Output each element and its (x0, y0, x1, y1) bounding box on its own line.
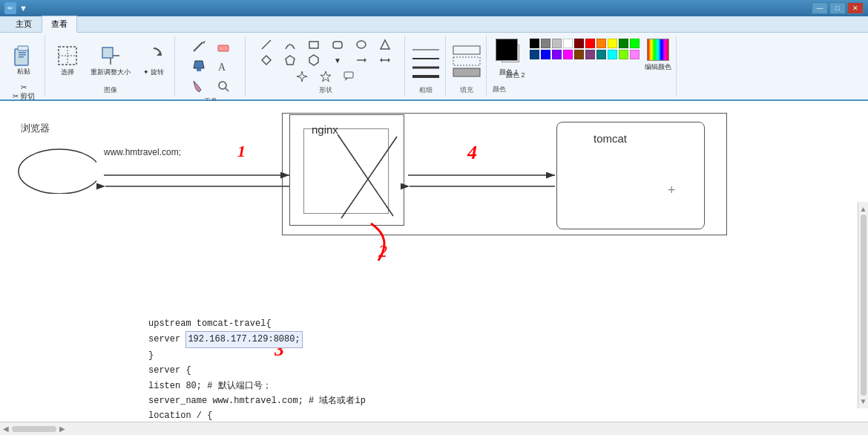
select-button[interactable]: 选择 (51, 39, 84, 83)
rotate-button[interactable]: ✦ 旋转 (137, 39, 170, 83)
vertical-scrollbar[interactable]: ▲ ▼ (858, 202, 868, 408)
color-yellow[interactable] (608, 39, 617, 48)
shape-more-button[interactable]: ▼ (326, 56, 349, 65)
svg-rect-1 (18, 46, 28, 50)
cut-button[interactable]: ✂ ✂ 剪切 (10, 82, 38, 103)
shape-arrow2-button[interactable] (374, 53, 396, 67)
thick-lines (411, 42, 441, 79)
resize-icon (99, 44, 122, 68)
svg-rect-8 (102, 48, 113, 58)
shape-rect-button[interactable] (303, 38, 325, 51)
text-button[interactable]: A (212, 57, 234, 75)
shape-line-button[interactable] (255, 38, 277, 51)
pencil-button[interactable] (188, 37, 210, 55)
svg-rect-4 (19, 56, 24, 58)
thickness-label: 粗细 (419, 84, 433, 95)
svg-line-19 (226, 88, 228, 91)
color-purple[interactable] (552, 50, 562, 59)
shape-curve-button[interactable] (279, 38, 301, 51)
eraser-button[interactable] (212, 37, 234, 55)
shape-callout-button[interactable] (338, 70, 361, 83)
resize-button[interactable]: 重新调整大小 (86, 39, 135, 83)
svg-marker-29 (364, 58, 366, 62)
color-green[interactable] (619, 39, 628, 48)
color-navy[interactable] (530, 50, 539, 59)
shape-round-rect-button[interactable] (326, 38, 349, 51)
shape-triangle-button[interactable] (374, 38, 396, 51)
window-controls[interactable]: — □ ✕ (812, 2, 864, 14)
close-button[interactable]: ✕ (847, 2, 864, 14)
rotate-icon (142, 44, 165, 68)
shape-star4-button[interactable] (291, 70, 313, 83)
svg-marker-32 (380, 58, 382, 62)
code-line4: server { (148, 363, 380, 378)
color-section: 颜色 1 颜色 2 (488, 36, 677, 97)
svg-marker-11 (157, 51, 161, 56)
h-scroll-thumb[interactable] (12, 426, 56, 432)
annotation-2-svg: 2 (356, 216, 415, 275)
color-spectrum[interactable] (647, 39, 669, 61)
tab-home[interactable]: 主页 (6, 16, 42, 32)
color-red[interactable] (585, 39, 595, 48)
select-icon (56, 44, 79, 68)
tab-view[interactable]: 查看 (42, 16, 77, 33)
color-main: 颜色 1 颜色 2 (493, 39, 671, 80)
shape-diamond-button[interactable] (255, 53, 277, 67)
color-fuchsia[interactable] (563, 50, 573, 59)
quick-access: ▼ (19, 4, 36, 13)
brush-button[interactable] (188, 77, 210, 95)
minimize-button[interactable]: — (812, 2, 828, 14)
thickness-options (411, 42, 441, 79)
nginx-box (289, 114, 404, 226)
scroll-down-arrow[interactable]: ▼ (860, 397, 867, 405)
thickness-group: 粗细 (407, 36, 446, 97)
fill-group: 填充 (447, 36, 487, 97)
scroll-up-arrow[interactable]: ▲ (860, 205, 867, 213)
color-pink[interactable] (630, 50, 640, 59)
shape-star5-button[interactable] (315, 70, 337, 83)
nginx-inner-box (303, 128, 389, 214)
url-label: www.hmtravel.com; (104, 147, 181, 157)
scroll-left-arrow[interactable]: ◀ (3, 425, 9, 433)
paste-label: 粘贴 (17, 67, 30, 76)
svg-marker-25 (262, 56, 271, 65)
canvas-area[interactable]: 浏览器 www.hmtravel.com; 1 nginx tomcat + (0, 101, 868, 422)
scroll-right-arrow[interactable]: ▶ (59, 425, 65, 433)
svg-rect-42 (453, 57, 480, 65)
color-orange[interactable] (596, 39, 606, 48)
svg-point-44 (19, 149, 96, 194)
maximize-button[interactable]: □ (829, 2, 846, 14)
paste-button[interactable]: 粘贴 (7, 37, 40, 82)
color-black[interactable] (530, 39, 539, 48)
color-cyan[interactable] (608, 50, 617, 59)
svg-marker-13 (203, 41, 206, 44)
edit-colors-label[interactable]: 编辑颜色 (645, 62, 671, 72)
zoom-button[interactable] (212, 77, 234, 95)
scroll-thumb[interactable] (861, 215, 867, 396)
color-white[interactable] (563, 39, 573, 48)
color-gray[interactable] (541, 39, 550, 48)
color1-box[interactable] (496, 39, 518, 61)
fill-button[interactable] (188, 57, 210, 75)
color-lime[interactable] (630, 39, 640, 48)
shape-arrow-button[interactable] (350, 53, 372, 67)
shape-hexagon-button[interactable] (303, 53, 325, 67)
shape-ellipse-button[interactable] (350, 38, 372, 51)
color-chartreuse[interactable] (619, 50, 628, 59)
color-plum[interactable] (585, 50, 595, 59)
tools-group: A 工具 (177, 36, 246, 97)
shapes-content: ▼ (251, 37, 400, 84)
color-silver[interactable] (552, 39, 562, 48)
color-blue[interactable] (541, 50, 550, 59)
shape-pentagon-button[interactable] (279, 53, 301, 67)
color-group-label: 颜色 (493, 83, 671, 94)
code-line3: } (148, 348, 380, 363)
svg-point-18 (219, 82, 226, 89)
eraser-icon (216, 39, 231, 53)
color-maroon[interactable] (574, 39, 584, 48)
color-teal[interactable] (596, 50, 606, 59)
svg-line-20 (262, 40, 271, 49)
horizontal-scrollbar[interactable]: ◀ ▶ (0, 422, 868, 435)
color-brown[interactable] (574, 50, 584, 59)
shapes-group: ▼ 形状 (247, 36, 405, 97)
